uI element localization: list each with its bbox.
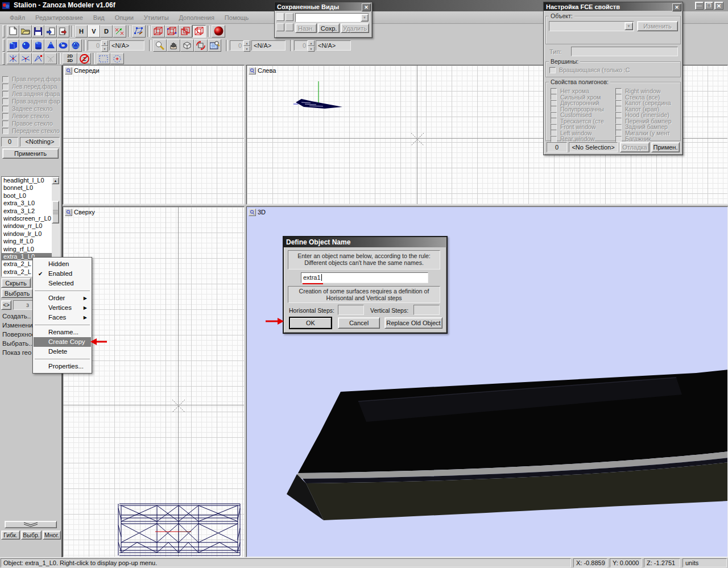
category-select[interactable]: Выбрать..	[2, 340, 32, 347]
list-item[interactable]: headlight_l_L0	[2, 177, 59, 184]
zoom-region-button[interactable]	[208, 39, 221, 52]
lasso-select-button[interactable]	[132, 25, 146, 38]
view-slot-button[interactable]	[276, 13, 284, 21]
view-cube-button[interactable]	[180, 39, 194, 52]
menu-item-selected[interactable]: Selected	[34, 279, 91, 288]
primitive-sphere-button[interactable]	[19, 39, 32, 52]
v-steps-input[interactable]	[413, 305, 440, 315]
view-slot-button[interactable]	[286, 23, 293, 31]
fce-close-button[interactable]: ✕	[672, 3, 681, 11]
list-item[interactable]: extra_3_L0	[2, 200, 59, 207]
rotate-view-button[interactable]	[194, 39, 208, 52]
level-spinner-1[interactable]: 0 ▲▼	[88, 40, 108, 51]
checkbox[interactable]	[2, 121, 9, 127]
zoom-tool-button[interactable]	[153, 39, 167, 52]
menu-item-enabled[interactable]: ✔Enabled	[34, 269, 91, 279]
viewport-front[interactable]: Спереди	[63, 65, 245, 205]
mode-multi-button[interactable]: Мног.	[43, 530, 61, 540]
na-combo-3[interactable]: <N/A>	[316, 40, 351, 51]
toggle-h-button[interactable]: H	[75, 25, 88, 38]
menu-help[interactable]: Помощь	[220, 14, 254, 21]
top-wireframe-model[interactable]	[111, 503, 245, 557]
assign-view-button[interactable]: Назн.	[295, 23, 317, 33]
checkbox[interactable]	[551, 136, 557, 142]
cube-mode-1-button[interactable]	[151, 25, 165, 38]
cancel-button[interactable]: Cancel	[338, 317, 380, 329]
fce-change-button[interactable]: Изменить	[637, 21, 678, 31]
select-button[interactable]: Выбрать	[1, 288, 33, 298]
mode-flex-button[interactable]: Гибк.	[1, 530, 20, 540]
list-item[interactable]: window_rr_L0	[2, 222, 59, 230]
checkbox[interactable]	[2, 84, 9, 90]
axis-constraint-button[interactable]	[113, 25, 126, 38]
export-button[interactable]	[57, 25, 69, 38]
material-editor-button[interactable]	[212, 25, 225, 38]
list-item[interactable]: extra_3_L2	[2, 208, 59, 215]
fce-titlebar[interactable]: Настройка FCE свойств ✕	[544, 2, 682, 11]
vertex-align-button[interactable]	[44, 53, 57, 64]
spin-down-icon[interactable]: ▼	[101, 46, 108, 52]
category-surfaces[interactable]: Поверхнос	[2, 331, 35, 338]
vertex-break-button[interactable]	[19, 53, 32, 64]
new-file-button[interactable]	[7, 25, 19, 38]
list-item[interactable]: window_lr_L0	[2, 230, 59, 238]
menu-item-order[interactable]: Order▶	[34, 293, 91, 303]
saved-views-combo[interactable]: ▼	[295, 13, 369, 22]
list-item[interactable]: wing_lf_L0	[2, 238, 59, 245]
list-item[interactable]: boot_L0	[2, 192, 59, 200]
expand-toggle-button[interactable]: <>	[1, 300, 11, 310]
vertex-snap-button[interactable]	[32, 53, 44, 64]
select-circle-button[interactable]	[110, 53, 124, 64]
ok-button[interactable]: OK	[289, 317, 332, 329]
import-button[interactable]	[44, 25, 57, 38]
part-target-field[interactable]: <Nothing>	[20, 137, 60, 147]
menu-item-rename[interactable]: Rename...	[34, 327, 91, 337]
vertex-weld-button[interactable]	[7, 53, 19, 64]
spin-up-icon[interactable]: ▲	[101, 40, 108, 46]
level-spinner-2[interactable]: 0 ▲▼	[230, 40, 250, 51]
restore-button[interactable]: ❐	[705, 2, 713, 10]
spinner-value[interactable]: 0	[88, 40, 101, 51]
list-item[interactable]: windscreen_r_L0	[2, 215, 59, 222]
checkbox[interactable]	[2, 98, 9, 105]
level-spinner-3[interactable]: 0 ▲▼	[294, 40, 315, 51]
primitive-cube-button[interactable]	[7, 39, 19, 52]
viewport-maximize-button[interactable]	[249, 209, 256, 216]
spinner-value[interactable]: 0	[230, 40, 243, 51]
primitive-geosphere-button[interactable]	[69, 39, 82, 52]
object-name-input[interactable]: extra1	[301, 272, 428, 283]
menu-view[interactable]: Вид	[88, 14, 110, 21]
menu-item-delete[interactable]: Delete	[34, 347, 91, 356]
primitive-cylinder-button[interactable]	[32, 39, 44, 52]
menu-item-create-copy[interactable]: Create Copy	[34, 337, 91, 347]
menu-options[interactable]: Опции	[110, 14, 139, 21]
menu-addons[interactable]: Дополнения	[174, 14, 220, 21]
save-view-button[interactable]: Сохр.	[318, 23, 340, 33]
viewport-maximize-button[interactable]	[65, 209, 72, 216]
menu-item-vertices[interactable]: Vertices▶	[34, 303, 91, 313]
fce-apply-button[interactable]: Примен.	[651, 142, 680, 152]
apply-parts-button[interactable]: Применить	[2, 148, 59, 159]
na-combo-2[interactable]: <N/A>	[251, 40, 286, 51]
spin-down-icon[interactable]: ▼	[308, 46, 315, 52]
side-wireframe-model[interactable]	[293, 79, 346, 114]
category-display[interactable]: Показ гео	[2, 349, 31, 356]
z-lock-button[interactable]: Z	[77, 53, 91, 64]
spin-up-icon[interactable]: ▲	[243, 40, 250, 46]
menu-utilities[interactable]: Утилиты	[139, 14, 174, 21]
menu-item-faces[interactable]: Faces▶	[34, 313, 91, 322]
viewport-maximize-button[interactable]	[65, 67, 72, 74]
hide-button[interactable]: Скрыть	[1, 278, 31, 288]
open-file-button[interactable]	[19, 25, 32, 38]
checkbox[interactable]	[2, 113, 9, 119]
combo-arrow-button[interactable]: ▼	[624, 22, 633, 30]
scroll-thumb[interactable]	[52, 201, 59, 223]
na-combo-1[interactable]: <N/A>	[109, 40, 144, 51]
saved-views-titlebar[interactable]: Сохраненные Виды ✕	[275, 2, 372, 11]
toolbar-grip[interactable]	[2, 39, 5, 52]
primitive-cone-button[interactable]	[44, 39, 57, 52]
checkbox[interactable]	[2, 106, 9, 112]
close-button[interactable]: ✕	[714, 2, 723, 10]
checkbox[interactable]	[615, 136, 622, 142]
select-rect-button[interactable]	[97, 53, 110, 64]
